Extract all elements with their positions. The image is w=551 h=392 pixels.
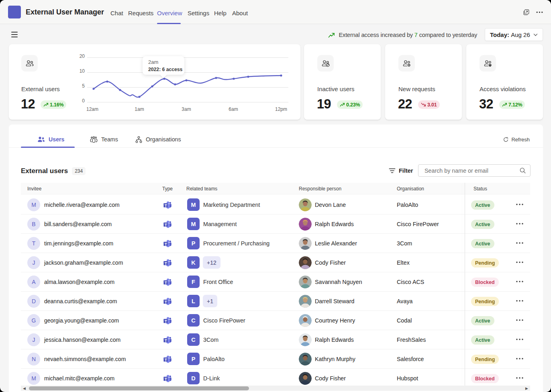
svg-text:1am: 1am bbox=[135, 106, 144, 112]
svg-text:12am: 12am bbox=[86, 106, 98, 112]
svg-text:5: 5 bbox=[82, 83, 85, 89]
svg-text:0: 0 bbox=[82, 98, 85, 104]
svg-text:12pm: 12pm bbox=[275, 106, 287, 112]
svg-text:10: 10 bbox=[80, 68, 85, 74]
svg-text:6am: 6am bbox=[229, 106, 238, 112]
svg-text:3am: 3am bbox=[182, 106, 191, 112]
svg-text:20: 20 bbox=[80, 53, 85, 59]
